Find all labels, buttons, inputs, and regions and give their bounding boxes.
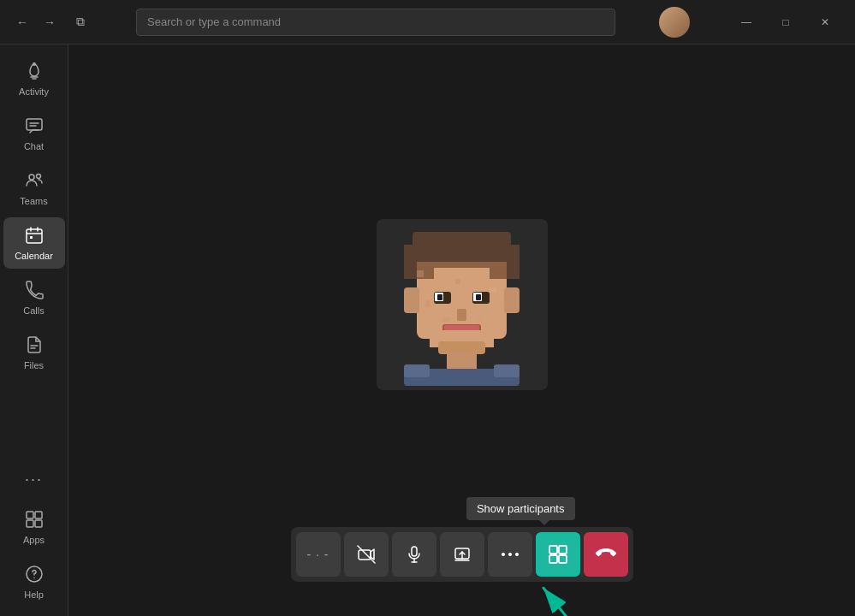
more-options-button[interactable] [488,532,532,577]
svg-line-51 [358,546,375,563]
svg-point-0 [33,62,36,66]
svg-rect-36 [444,325,479,331]
avatar-image [659,7,690,38]
sidebar-item-calls[interactable]: Calls [3,272,65,323]
svg-point-59 [508,553,512,556]
share-button[interactable] [440,532,484,577]
svg-rect-63 [549,555,557,563]
svg-rect-46 [425,300,430,307]
sidebar-item-chat-label: Chat [24,141,44,151]
window-controls: — □ ✕ [727,9,845,36]
svg-rect-32 [437,294,442,300]
svg-point-18 [33,577,35,578]
avatar[interactable] [659,7,690,38]
controls-bar: - · - [291,527,633,582]
svg-point-4 [29,175,34,180]
files-icon [25,335,44,357]
controls-area: Show participants - · - [291,527,633,582]
hangup-icon [595,547,617,562]
show-participants-button[interactable] [536,532,580,577]
svg-point-5 [36,174,40,178]
sidebar-item-teams-label: Teams [20,196,47,206]
sidebar-item-activity-label: Activity [19,86,49,97]
hold-icon: - · - [307,548,330,561]
sidebar-item-calendar[interactable]: Calendar [3,217,65,269]
svg-rect-20 [413,232,511,266]
svg-rect-42 [494,364,520,377]
svg-rect-25 [434,268,490,281]
title-bar: ← → ⧉ Search or type a command — □ ✕ [0,0,855,44]
svg-rect-26 [404,287,419,313]
calls-icon [25,281,44,302]
nav-buttons: ← → [10,10,62,34]
sidebar-item-teams[interactable]: Teams [3,163,65,214]
svg-rect-14 [35,512,42,518]
svg-rect-48 [442,317,449,322]
share-icon [453,545,472,564]
svg-point-60 [515,553,519,556]
more-options-icon [501,552,520,557]
svg-rect-44 [455,279,460,284]
participant-avatar [387,223,537,386]
sidebar-item-files-label: Files [24,360,44,370]
arrow-indicator [531,578,582,616]
content-area: Show participants - · - [68,44,855,616]
search-bar[interactable]: Search or type a command [136,9,615,36]
svg-rect-52 [412,547,417,556]
close-button[interactable]: ✕ [805,9,845,36]
mute-button[interactable] [392,532,436,577]
sidebar-item-help[interactable]: Help [3,556,65,607]
svg-rect-43 [417,270,424,277]
svg-rect-1 [27,119,42,130]
svg-rect-34 [457,309,466,321]
svg-rect-49 [477,316,483,321]
calendar-icon [25,226,44,247]
forward-button[interactable]: → [38,10,62,34]
help-icon [25,565,44,586]
activity-icon [25,62,44,83]
video-toggle-button[interactable] [344,532,389,577]
minimize-button[interactable]: — [727,9,766,36]
sidebar-item-apps-label: Apps [23,535,45,545]
svg-rect-62 [559,546,567,554]
svg-rect-13 [27,512,33,518]
sidebar-item-calls-label: Calls [23,305,44,316]
hangup-button[interactable] [584,532,628,577]
arrow-svg [531,578,582,616]
svg-rect-27 [504,287,520,313]
participant-video [377,219,548,390]
maximize-button[interactable]: □ [766,9,805,36]
svg-rect-45 [490,287,496,292]
svg-rect-64 [559,555,567,563]
svg-rect-33 [476,294,481,300]
chat-icon [25,116,44,138]
show-participants-tooltip: Show participants [466,497,575,520]
main-layout: Activity Chat [0,44,855,616]
svg-rect-47 [498,305,503,310]
svg-rect-15 [27,520,33,527]
svg-rect-6 [27,229,42,243]
sidebar-item-activity[interactable]: Activity [3,53,65,104]
sidebar-item-apps[interactable]: Apps [3,501,65,553]
video-off-icon [357,545,376,564]
sidebar-bottom: Apps Help [0,500,68,609]
apps-icon [25,510,44,531]
hold-button[interactable]: - · - [296,532,341,577]
svg-rect-41 [404,364,430,377]
microphone-icon [405,545,424,564]
sidebar-more-button[interactable]: ··· [3,462,65,496]
teams-icon [25,171,44,192]
back-button[interactable]: ← [10,10,34,34]
svg-point-58 [502,553,505,556]
svg-rect-61 [549,546,557,554]
participants-icon [548,544,568,565]
new-window-button[interactable]: ⧉ [68,10,92,34]
sidebar-item-calendar-label: Calendar [15,251,53,261]
sidebar-item-files[interactable]: Files [3,327,65,378]
svg-rect-10 [30,236,33,239]
sidebar-item-help-label: Help [24,589,44,600]
search-placeholder: Search or type a command [147,15,281,28]
sidebar: Activity Chat [0,44,68,616]
sidebar-item-chat[interactable]: Chat [3,108,65,159]
svg-rect-16 [35,520,42,527]
